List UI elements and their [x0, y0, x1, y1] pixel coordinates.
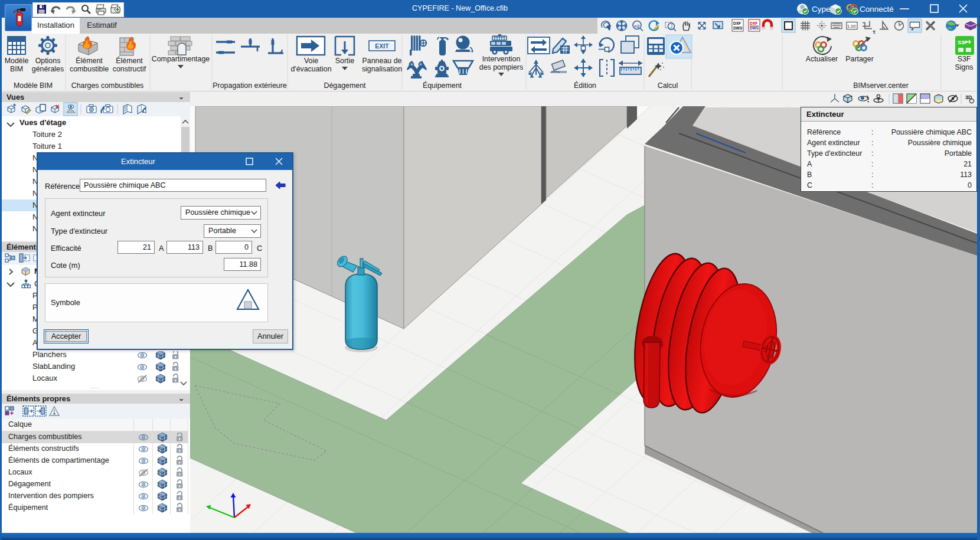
svg-text:Actualiser: Actualiser	[806, 55, 838, 63]
svg-text:Dégagement: Dégagement	[324, 81, 367, 90]
svg-text:Panneau de: Panneau de	[362, 57, 402, 65]
svg-text:BIM: BIM	[10, 65, 23, 73]
svg-text:×2: ×2	[634, 24, 640, 29]
svg-text:des pompiers: des pompiers	[479, 63, 523, 71]
svg-text:Charges combustibles: Charges combustibles	[71, 81, 144, 90]
svg-text:Compartimentage: Compartimentage	[152, 55, 210, 63]
svg-text:générales: générales	[32, 65, 64, 73]
svg-text:Connecté: Connecté	[860, 5, 894, 14]
svg-text:3D: 3D	[965, 94, 972, 100]
svg-text:DXF: DXF	[733, 21, 741, 25]
svg-text:Intervention: Intervention	[482, 55, 521, 63]
svg-text:EXIT: EXIT	[375, 42, 389, 50]
svg-text:Équipement: Équipement	[423, 81, 462, 90]
svg-text:constructif: constructif	[113, 65, 146, 73]
svg-text:S3F: S3F	[958, 40, 968, 45]
svg-text:DWG: DWG	[750, 26, 759, 30]
svg-text:Calcul: Calcul	[658, 81, 678, 90]
svg-text:BIMserver.center: BIMserver.center	[853, 81, 909, 90]
svg-text:S3F: S3F	[958, 55, 971, 63]
svg-text:Modèle: Modèle	[5, 57, 29, 65]
svg-text:Signs: Signs	[955, 63, 974, 71]
svg-text:Cype: Cype	[812, 5, 831, 14]
svg-text:combustible: combustible	[70, 65, 109, 73]
svg-text:Sortie: Sortie	[335, 57, 354, 65]
svg-text:Élément: Élément	[76, 56, 103, 65]
svg-text:signalisation: signalisation	[362, 65, 402, 73]
svg-text:Partager: Partager	[845, 55, 874, 63]
svg-text:1.00: 1.00	[847, 24, 856, 29]
svg-text:Élément: Élément	[116, 56, 143, 65]
svg-text:DWG: DWG	[733, 26, 742, 30]
svg-text:Voie: Voie	[304, 57, 318, 65]
svg-text:Modèle BIM: Modèle BIM	[14, 81, 53, 90]
svg-text:Options: Options	[35, 57, 61, 65]
svg-text:DXF: DXF	[750, 21, 757, 25]
svg-text:Propagation extérieure: Propagation extérieure	[213, 81, 286, 90]
svg-text:d'évacuation: d'évacuation	[290, 65, 331, 73]
svg-text:Édition: Édition	[574, 81, 596, 90]
